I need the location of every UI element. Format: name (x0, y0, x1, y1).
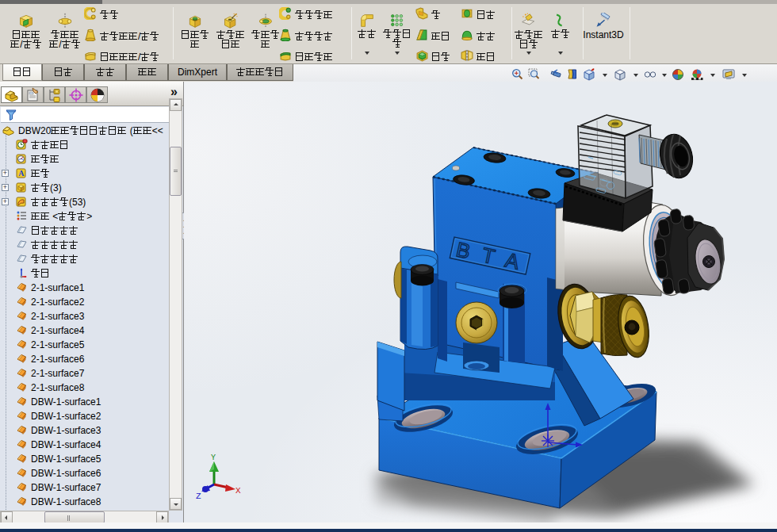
svg-text:Z: Z (196, 492, 201, 501)
svg-text:X: X (235, 486, 241, 496)
svg-text:Y: Y (211, 454, 216, 462)
svg-text:A: A (18, 169, 25, 178)
